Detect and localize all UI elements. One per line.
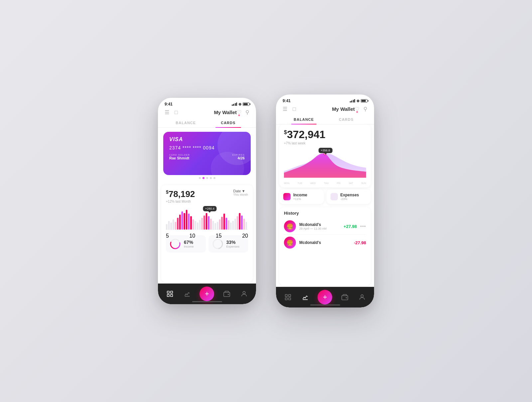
card-dot-3[interactable]	[206, 177, 208, 179]
transaction-name-1: Mcdonald's	[299, 222, 340, 227]
card-dot-5[interactable]	[213, 177, 215, 179]
notification-bell[interactable]: ♡	[237, 109, 241, 115]
visa-card[interactable]: VISA 2374 **** **** 0094 CARD HOLDER Rae…	[163, 132, 251, 175]
nav-analytics[interactable]	[183, 289, 192, 299]
expenses-label: Expenses	[226, 245, 240, 248]
menu-icon[interactable]: ☰	[165, 109, 169, 115]
card-section: VISA 2374 **** **** 0094 CARD HOLDER Rae…	[158, 128, 256, 184]
chat-icon[interactable]: □	[175, 109, 178, 115]
expenses-text: Expenses -23%	[340, 193, 359, 201]
card-bottom: CARD HOLDER Rae Shmidt EXPIRES 4/26	[169, 154, 245, 160]
balance-week: +7% last week	[284, 141, 366, 145]
transaction-info-2: Mcdonald's	[299, 240, 350, 245]
nav-profile-2[interactable]	[357, 293, 367, 302]
home-indicator-2	[310, 304, 340, 305]
tab-cards[interactable]: CARDS	[207, 118, 250, 127]
tab-cards-2[interactable]: CARDS	[325, 115, 368, 124]
nav-wallet-2[interactable]	[340, 293, 349, 302]
income-donut	[169, 238, 181, 250]
bottom-nav: +	[158, 284, 256, 304]
svg-rect-32	[237, 216, 238, 230]
svg-rect-31	[234, 219, 236, 230]
svg-rect-22	[214, 223, 216, 230]
svg-rect-19	[208, 216, 209, 230]
card-expiry-value: 4/26	[232, 156, 245, 160]
page-title-2: My Wallet	[332, 106, 355, 112]
fab-add[interactable]: +	[200, 287, 214, 301]
nav-actions: ♡ ⚲	[237, 109, 249, 115]
balance-amount: $78,192	[166, 189, 195, 199]
wifi-icon-2: ⊛	[356, 99, 359, 103]
notification-bell-2[interactable]: ♡	[355, 106, 359, 112]
svg-rect-3	[173, 219, 174, 230]
expenses-donut	[212, 238, 224, 250]
svg-rect-33	[239, 213, 240, 230]
svg-rect-34	[241, 215, 243, 230]
stats-header: $78,192 +12% last Month Date ▼ This Mont…	[166, 189, 248, 203]
card-holder-label: CARD HOLDER	[169, 154, 190, 156]
expenses-card[interactable]: Expenses -23%	[327, 189, 371, 204]
card-dot-1[interactable]	[199, 177, 201, 179]
nav-profile[interactable]	[239, 289, 249, 299]
svg-rect-35	[243, 219, 245, 230]
nav-dashboard[interactable]	[165, 289, 175, 299]
svg-rect-30	[232, 221, 234, 230]
svg-rect-0	[166, 224, 168, 230]
phone-balance: 9:41 ⊛ ☰ □ My Wallet ♡	[276, 95, 374, 307]
svg-rect-7	[182, 211, 183, 230]
card-dot-2[interactable]	[202, 177, 204, 179]
signal-icon-2	[350, 99, 355, 102]
svg-rect-9	[186, 210, 188, 230]
svg-rect-10	[188, 214, 190, 230]
card-dot-4[interactable]	[210, 177, 212, 179]
transaction-amount-2: -27.98	[354, 240, 366, 245]
nav-bar-2: ☰ □ My Wallet ♡ ⚲	[276, 104, 374, 115]
svg-rect-55	[342, 296, 348, 300]
nav-actions-2: ♡ ⚲	[355, 106, 367, 112]
tab-balance[interactable]: BALANCE	[165, 118, 207, 127]
menu-icon-2[interactable]: ☰	[283, 106, 287, 112]
day-sat: SAT	[349, 182, 353, 184]
fab-add-2[interactable]: +	[318, 290, 332, 304]
card-holder-info: CARD HOLDER Rae Shmidt	[169, 154, 190, 160]
income-card[interactable]: Income +11%	[279, 189, 324, 204]
svg-rect-47	[224, 292, 230, 297]
chat-icon-2[interactable]: □	[293, 106, 296, 112]
card-holder-name: Rae Shmidt	[169, 156, 190, 160]
notification-dot	[238, 114, 240, 116]
search-icon-2[interactable]: ⚲	[363, 106, 367, 112]
svg-rect-11	[190, 216, 192, 230]
card-expiry-label: EXPIRES	[232, 154, 245, 156]
chart-tooltip: +280.4	[203, 206, 217, 211]
income-label: Income	[184, 245, 194, 248]
search-icon[interactable]: ⚲	[245, 109, 249, 115]
svg-rect-24	[219, 219, 221, 230]
svg-rect-15	[199, 220, 201, 230]
expenses-info: 33% Expenses	[226, 240, 240, 248]
date-filter-wrap: Date ▼ This Month	[233, 189, 248, 196]
svg-rect-42	[167, 291, 169, 293]
card-expiry-info: EXPIRES 4/26	[232, 154, 245, 160]
nav-analytics-2[interactable]	[301, 293, 310, 302]
svg-rect-45	[171, 295, 173, 297]
phone-content: VISA 2374 **** **** 0094 CARD HOLDER Rae…	[158, 128, 256, 304]
transaction-icon-2: 🍔	[284, 237, 296, 249]
balance-big: $372,941	[284, 128, 366, 141]
notification-dot-2	[356, 111, 358, 113]
nav-dashboard-2[interactable]	[283, 293, 293, 302]
transaction-item-1[interactable]: 🍔 Mcdonald's 29 April — 11:30 AM +27.98 …	[284, 218, 366, 235]
day-wed: WED	[310, 182, 316, 184]
nav-bar: ☰ □ My Wallet ♡ ⚲	[158, 108, 256, 118]
transaction-item-2[interactable]: 🍔 Mcdonald's -27.98	[284, 235, 366, 251]
svg-rect-28	[228, 220, 229, 230]
battery-icon-2	[361, 99, 367, 102]
income-dot	[283, 193, 291, 200]
day-mon: MON	[284, 182, 289, 184]
svg-rect-26	[223, 214, 225, 230]
tab-balance-2[interactable]: BALANCE	[283, 115, 325, 124]
nav-wallet[interactable]	[222, 289, 231, 299]
transaction-dots-1[interactable]: •••	[360, 224, 366, 229]
svg-point-48	[243, 292, 245, 294]
status-icons-2: ⊛	[350, 99, 368, 103]
date-filter[interactable]: Date ▼	[233, 189, 248, 193]
